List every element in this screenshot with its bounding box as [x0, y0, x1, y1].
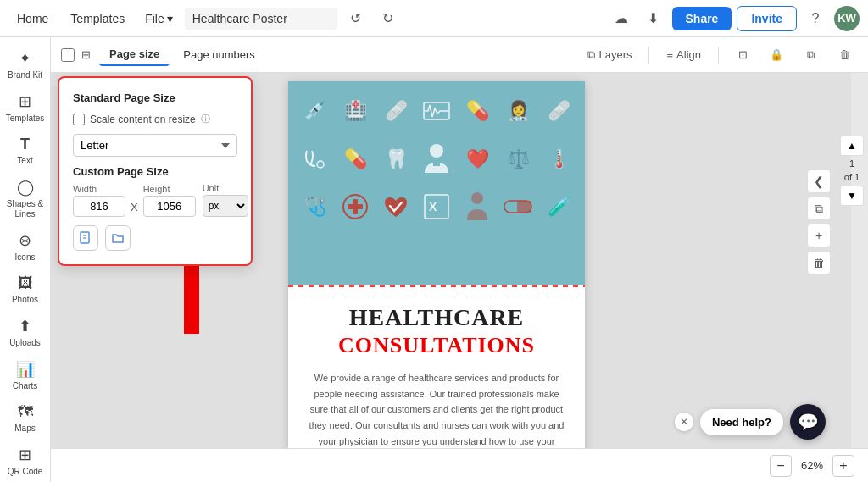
- deco-ecg: [419, 90, 454, 133]
- width-input[interactable]: [73, 196, 125, 217]
- crop-icon[interactable]: ⊡: [729, 42, 756, 69]
- sidebar-item-shapes[interactable]: ◯ Shapes & Lines: [3, 173, 47, 224]
- right-float-buttons: ❮ ⧉ + 🗑: [807, 169, 831, 274]
- deco-thermo: 🌡️: [541, 138, 576, 181]
- nav-home[interactable]: Home: [8, 8, 57, 29]
- folder-icon[interactable]: [105, 225, 131, 251]
- sidebar-item-templates[interactable]: ⊞ Templates: [3, 87, 47, 129]
- poster-title: HEALTHCARE: [309, 304, 565, 331]
- sidebar-item-label: Photos: [12, 295, 38, 305]
- share-button[interactable]: Share: [672, 7, 732, 30]
- chat-button[interactable]: 💬: [790, 404, 826, 440]
- deco-bandage: 🩹: [378, 90, 414, 133]
- width-label: Width: [73, 184, 125, 194]
- new-page-icon[interactable]: [73, 225, 98, 251]
- delete-icon[interactable]: 🗑: [831, 42, 858, 69]
- bottom-bar: − 62% +: [51, 448, 868, 482]
- redo-button[interactable]: ↻: [375, 5, 402, 32]
- cloud-icon[interactable]: ☁: [608, 5, 635, 32]
- deco-scale: ⚖️: [500, 138, 536, 181]
- deco-ambulance: 🏥: [337, 90, 373, 133]
- photos-icon: 🖼: [18, 274, 33, 292]
- secondary-toolbar: ⊞ Page size Page numbers ⧉ Layers ≡ Alig…: [51, 37, 868, 73]
- sidebar-item-text[interactable]: T Text: [3, 130, 47, 171]
- deco-doctor: [419, 138, 454, 181]
- page-size-button[interactable]: Page size: [99, 43, 170, 66]
- icons-icon: ⊛: [19, 231, 31, 250]
- sidebar-item-charts[interactable]: 📊 Charts: [3, 355, 47, 396]
- layers-icon: ⧉: [587, 48, 595, 62]
- deco-heart: ❤️: [459, 138, 495, 181]
- dimension-row: Width X Height Unit px in cm mm: [73, 183, 237, 217]
- help-icon[interactable]: ?: [802, 5, 829, 32]
- pagesize-title: Standard Page Size: [73, 91, 237, 104]
- sidebar-item-icons[interactable]: ⊛ Icons: [3, 226, 47, 268]
- right-float-copy[interactable]: ⧉: [807, 197, 831, 220]
- document-title-input[interactable]: [185, 8, 337, 30]
- sidebar-item-label: Text: [17, 156, 32, 166]
- zoom-out-button[interactable]: −: [770, 455, 792, 477]
- scale-content-checkbox[interactable]: [73, 114, 85, 125]
- help-chat: ✕ Need help? 💬: [675, 404, 826, 440]
- height-label: Height: [143, 184, 196, 194]
- unit-dropdown[interactable]: px in cm mm: [203, 195, 248, 217]
- sidebar: ✦ Brand Kit ⊞ Templates T Text ◯ Shapes …: [0, 37, 51, 482]
- align-button[interactable]: ≡ Align: [659, 45, 708, 64]
- close-help-button[interactable]: ✕: [675, 413, 693, 431]
- current-page: 1: [849, 158, 854, 169]
- lock-icon[interactable]: 🔒: [763, 42, 790, 69]
- page-size-dropdown[interactable]: Letter A4 A3 Legal Tabloid: [73, 134, 237, 157]
- align-icon: ≡: [666, 48, 673, 61]
- sidebar-item-brand-kit[interactable]: ✦ Brand Kit: [3, 44, 47, 86]
- nav-templates[interactable]: Templates: [62, 8, 133, 29]
- deco-person2: [459, 186, 495, 229]
- poster-bottom: HEALTHCARE CONSULTATIONS We provide a ra…: [288, 287, 585, 448]
- svg-point-5: [430, 144, 443, 158]
- sidebar-item-maps[interactable]: 🗺 Maps: [3, 398, 47, 439]
- invite-button[interactable]: Invite: [737, 6, 797, 31]
- svg-text:X: X: [429, 200, 437, 213]
- dimension-x: X: [129, 201, 140, 213]
- copy-icon[interactable]: ⧉: [797, 42, 824, 69]
- sidebar-item-qr-code[interactable]: ⊞ QR Code: [3, 440, 47, 482]
- svg-point-12: [471, 192, 483, 204]
- sidebar-item-uploads[interactable]: ⬆ Uploads: [3, 312, 47, 353]
- text-icon: T: [20, 136, 30, 153]
- canvas-area: Standard Page Size Scale content on resi…: [51, 73, 851, 448]
- svg-rect-9: [348, 204, 363, 209]
- help-bubble: Need help?: [700, 409, 783, 435]
- svg-point-4: [317, 161, 324, 168]
- zoom-in-button[interactable]: +: [832, 455, 854, 477]
- page-down-button[interactable]: ▼: [840, 186, 864, 206]
- nav-file[interactable]: File ▾: [138, 8, 180, 29]
- height-input[interactable]: [143, 196, 196, 217]
- undo-button[interactable]: ↺: [342, 5, 370, 32]
- right-float-expand[interactable]: ❮: [807, 169, 831, 193]
- deco-pill: 💊: [459, 90, 495, 133]
- custom-size-label: Custom Page Size: [73, 165, 237, 178]
- avatar[interactable]: KW: [834, 6, 860, 31]
- sidebar-item-label: Maps: [14, 424, 35, 434]
- right-float-add[interactable]: +: [807, 224, 831, 247]
- poster-top: 💉 🏥 🩹 💊 👩‍⚕️ 🩹 💊 🦷 ❤️ ⚖️: [288, 81, 585, 285]
- info-icon[interactable]: ⓘ: [201, 113, 210, 125]
- svg-rect-6: [433, 161, 440, 166]
- total-pages: of 1: [844, 171, 860, 183]
- sidebar-item-photos[interactable]: 🖼 Photos: [3, 269, 47, 310]
- download-icon[interactable]: ⬇: [640, 5, 667, 32]
- page-checkbox[interactable]: [61, 48, 75, 62]
- layers-button[interactable]: ⧉ Layers: [581, 45, 638, 65]
- shapes-icon: ◯: [17, 178, 34, 197]
- deco-syringe: 💉: [297, 90, 332, 133]
- poster: 💉 🏥 🩹 💊 👩‍⚕️ 🩹 💊 🦷 ❤️ ⚖️: [288, 81, 585, 448]
- zoom-value: 62%: [797, 459, 827, 472]
- deco-stethoscope2: 🩺: [297, 186, 332, 229]
- page-up-button[interactable]: ▲: [840, 136, 864, 156]
- deco-tooth: 🦷: [378, 138, 414, 181]
- right-float-delete[interactable]: 🗑: [807, 251, 831, 274]
- sidebar-item-label: Uploads: [9, 338, 41, 348]
- page-numbers-button[interactable]: Page numbers: [173, 44, 265, 65]
- charts-icon: 📊: [16, 360, 35, 379]
- action-icons: [73, 225, 237, 251]
- sidebar-item-label: Charts: [13, 381, 37, 391]
